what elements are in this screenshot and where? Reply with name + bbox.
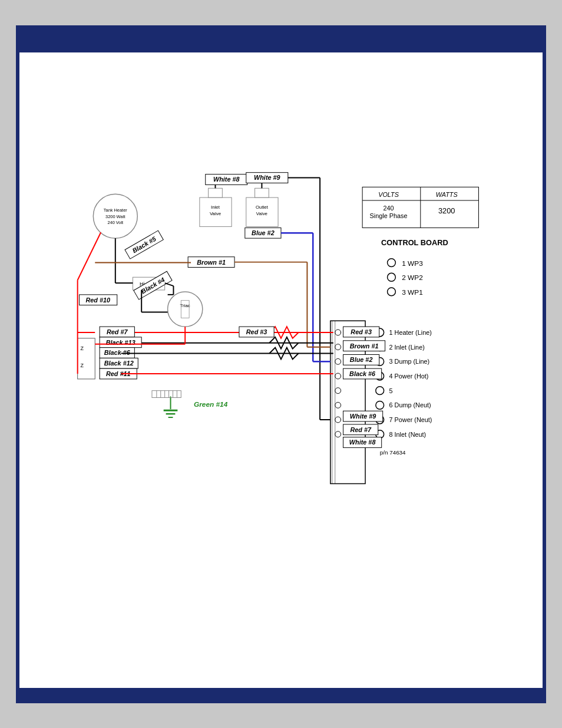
svg-rect-15: [255, 188, 269, 197]
white9-label-top: White #9: [254, 174, 280, 181]
svg-line-89: [165, 283, 174, 286]
diagram-area: VOLTS WATTS 240 Single Phase 3200 CONTRO…: [19, 52, 543, 700]
tank-heater-label2: 3200 Watt: [105, 213, 125, 219]
blue2-label: Blue #2: [252, 229, 275, 236]
svg-rect-12: [209, 188, 223, 197]
svg-point-4: [388, 273, 396, 281]
header-bar: [19, 29, 543, 52]
red3-label-mid: Red #3: [246, 328, 267, 335]
tank-heater-label3: 240 Volt: [107, 220, 123, 225]
svg-point-23: [335, 417, 341, 423]
red3-label-right: Red #3: [351, 328, 372, 335]
svg-point-21: [335, 387, 341, 393]
svg-point-32: [376, 401, 384, 409]
inlet-valve-label2: Valve: [210, 210, 222, 216]
blue2-label-right: Blue #2: [350, 356, 373, 363]
tank-heater-label1: Tank Heater: [104, 207, 127, 212]
svg-point-5: [388, 288, 396, 296]
white8-label-top: White #8: [213, 176, 240, 183]
black12-label: Black #12: [104, 360, 134, 367]
red10-label: Red #10: [85, 296, 110, 303]
svg-point-18: [335, 344, 341, 350]
volts-header: VOLTS: [378, 191, 399, 198]
green14-label: Green #14: [194, 400, 228, 409]
red7-label-right: Red #7: [350, 426, 372, 433]
pin8-label: 8 Inlet (Neut): [389, 430, 427, 437]
wp1-label: 3 WP1: [402, 288, 423, 296]
watts-value: 3200: [438, 206, 455, 215]
svg-point-8: [168, 291, 203, 326]
black13-label: Black #13: [106, 338, 135, 345]
footer-bar: [19, 688, 543, 700]
svg-point-31: [376, 386, 384, 394]
svg-line-84: [78, 232, 101, 280]
svg-point-24: [335, 431, 341, 437]
svg-point-20: [335, 373, 341, 379]
svg-point-19: [335, 358, 341, 364]
black6-label-right: Black #6: [349, 370, 376, 377]
svg-point-3: [388, 258, 396, 266]
pin6-label: 6 Dump (Neut): [389, 401, 431, 409]
watts-header: WATTS: [436, 191, 458, 198]
z2-label: Z: [81, 363, 84, 368]
part-number: p/n 74634: [380, 449, 406, 456]
phase-value: Single Phase: [370, 212, 408, 219]
brown1-label-right: Brown #1: [350, 342, 379, 349]
outlet-valve-label2: Valve: [256, 210, 268, 216]
outlet-valve-label: Outlet: [256, 204, 269, 209]
triac-label: Triac: [180, 302, 190, 308]
brown1-label: Brown #1: [197, 258, 226, 265]
inlet-valve-label: Inlet: [211, 204, 220, 209]
pin4-label: 4 Power (Hot): [389, 372, 429, 379]
pin1-label: 1 Heater (Line): [389, 328, 432, 335]
pin3-label: 3 Dump (Line): [389, 358, 430, 365]
pin2-label: 2 Inlet (Line): [389, 343, 425, 350]
pin7-label: 7 Power (Neut): [389, 416, 432, 423]
svg-point-17: [335, 330, 341, 335]
z-label: Z: [81, 345, 84, 351]
control-board-label: CONTROL BOARD: [381, 238, 448, 247]
wp3-label: 1 WP3: [402, 259, 423, 267]
white8-label-right: White #8: [349, 439, 376, 446]
svg-point-22: [335, 402, 341, 408]
white9-label-right: White #9: [350, 413, 376, 420]
wiring-diagram: VOLTS WATTS 240 Single Phase 3200 CONTRO…: [19, 52, 543, 700]
black6-label-left: Black #6: [104, 349, 131, 356]
outer-frame: VOLTS WATTS 240 Single Phase 3200 CONTRO…: [16, 25, 546, 703]
volts-value: 240: [383, 204, 394, 211]
red7-label-left: Red #7: [107, 328, 128, 335]
svg-rect-83: [78, 338, 95, 378]
pin5-label: 5: [389, 387, 393, 394]
wp2-label: 2 WP2: [402, 274, 423, 282]
